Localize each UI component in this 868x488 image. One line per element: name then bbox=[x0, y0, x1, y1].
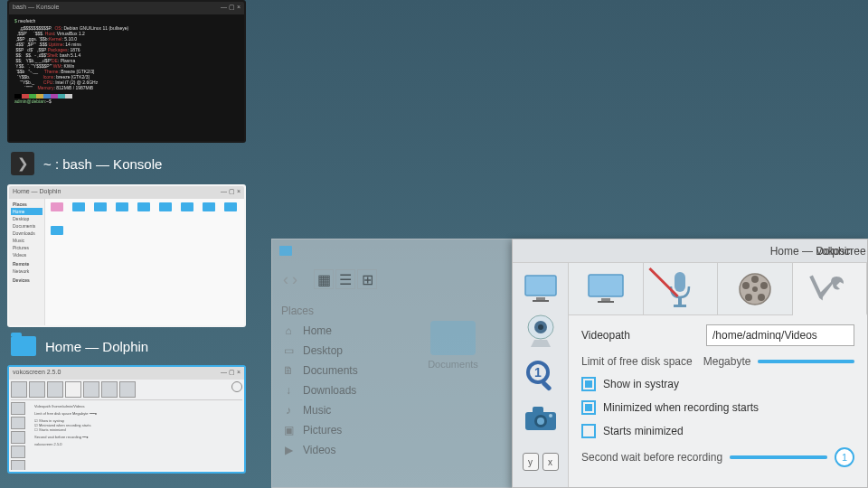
nav-arrows: ‹ › bbox=[283, 270, 297, 289]
key-y: y bbox=[523, 453, 539, 471]
chevron-right-icon: ❯ bbox=[11, 152, 34, 175]
minimized-recording-check[interactable]: Minimized when recording starts bbox=[581, 400, 854, 415]
videopath-input[interactable] bbox=[706, 324, 854, 346]
svg-point-26 bbox=[742, 282, 750, 289]
places-header: Places bbox=[272, 301, 390, 321]
tab-camera[interactable] bbox=[516, 399, 564, 438]
sidebar-item-downloads[interactable]: ↓Downloads bbox=[272, 380, 390, 400]
videopath-row: Videopath bbox=[581, 324, 854, 346]
folder-icon bbox=[279, 246, 292, 256]
svg-point-5 bbox=[538, 324, 543, 330]
details-view-icon: ⊞ bbox=[357, 269, 377, 289]
tab-magnifier[interactable]: 1 bbox=[516, 355, 564, 395]
svg-point-25 bbox=[745, 294, 752, 301]
svg-point-12 bbox=[537, 418, 544, 425]
key-x: x bbox=[542, 453, 559, 471]
icons-view-icon: ▦ bbox=[314, 269, 334, 289]
sidebar-item-pictures[interactable]: ▣Pictures bbox=[272, 420, 390, 440]
pictures-icon: ▣ bbox=[281, 424, 296, 436]
svg-point-24 bbox=[758, 294, 765, 301]
svg-point-23 bbox=[760, 282, 768, 289]
sidebar-item-home[interactable]: ⌂Home bbox=[272, 321, 390, 341]
documents-icon: 🗎 bbox=[281, 364, 296, 377]
wait-value: 1 bbox=[835, 447, 854, 467]
svg-rect-10 bbox=[533, 407, 543, 414]
svg-rect-16 bbox=[598, 301, 614, 303]
svg-rect-19 bbox=[674, 305, 686, 307]
places-sidebar: Places ⌂Home ▭Desktop 🗎Documents ↓Downlo… bbox=[272, 297, 390, 464]
camera-icon bbox=[524, 401, 558, 436]
checkbox-icon bbox=[581, 377, 596, 391]
music-icon: ♪ bbox=[281, 404, 296, 417]
videopath-label: Videopath bbox=[581, 329, 699, 342]
disk-label: Limit of free disk space bbox=[581, 355, 693, 368]
back-icon: ‹ bbox=[283, 270, 288, 289]
svg-rect-1 bbox=[536, 297, 545, 300]
monitor-icon bbox=[587, 273, 625, 305]
wait-row: Second wait before recording 1 bbox=[581, 447, 854, 467]
downloads-icon: ↓ bbox=[281, 384, 296, 397]
disk-unit: Megabyte bbox=[703, 355, 751, 368]
wait-label: Second wait before recording bbox=[581, 451, 722, 464]
disk-space-row: Limit of free disk space Megabyte bbox=[581, 355, 854, 368]
sidebar-item-desktop[interactable]: ▭Desktop bbox=[272, 341, 390, 361]
tab-webcam[interactable] bbox=[516, 312, 564, 352]
compact-view-icon: ☰ bbox=[335, 269, 355, 289]
top-tab-strip bbox=[569, 263, 867, 315]
task-switcher-panel: bash — Konsole— ▢ × $ neofetch ,g$$$$$$$… bbox=[0, 0, 266, 488]
starts-minimized-check[interactable]: Starts minimized bbox=[581, 424, 854, 438]
folder-item[interactable]: Documents bbox=[417, 321, 489, 384]
monitor-icon bbox=[524, 271, 558, 305]
sidebar-item-music[interactable]: ♪Music bbox=[272, 400, 390, 420]
task-item-vokoscreen[interactable]: vokoscreen 2.5.0— ▢ × Videopath /home/ad… bbox=[7, 365, 259, 474]
svg-rect-0 bbox=[525, 276, 556, 296]
svg-rect-7 bbox=[541, 380, 552, 391]
task-item-dolphin[interactable]: Home — Dolphin— ▢ × Places HomeDesktopDo… bbox=[7, 184, 259, 327]
microphone-muted-icon bbox=[666, 270, 693, 308]
settings-form: Videopath Limit of free disk space Megab… bbox=[569, 315, 867, 476]
sidebar-item-videos[interactable]: ▶Videos bbox=[272, 440, 390, 460]
window-titlebar[interactable]: Home — Dolphin vokoscree bbox=[513, 239, 867, 263]
folder-icon bbox=[11, 336, 36, 356]
svg-rect-15 bbox=[601, 298, 610, 301]
dolphin-title-behind: Home — Dolphin bbox=[770, 245, 853, 258]
svg-rect-18 bbox=[678, 297, 682, 305]
terminal-preview: $ neofetch ,g$$$$$$$$$$P. OS: Debian GNU… bbox=[9, 14, 244, 141]
home-icon: ⌂ bbox=[281, 324, 296, 337]
folder-icon bbox=[430, 321, 476, 355]
tab-display[interactable] bbox=[569, 263, 644, 314]
svg-text:1: 1 bbox=[534, 365, 542, 380]
svg-rect-14 bbox=[589, 275, 623, 296]
checkbox-icon bbox=[581, 424, 596, 438]
tab-settings[interactable] bbox=[793, 263, 868, 315]
task-label-dolphin[interactable]: Home — Dolphin bbox=[0, 333, 266, 365]
task-label-konsole[interactable]: ❯ ~ : bash — Konsole bbox=[0, 148, 266, 184]
webcam-icon bbox=[524, 314, 558, 349]
magnifier-icon: 1 bbox=[524, 358, 558, 392]
sidebar-item-documents[interactable]: 🗎Documents bbox=[272, 361, 390, 380]
svg-point-21 bbox=[752, 286, 758, 292]
videos-icon: ▶ bbox=[281, 444, 296, 456]
svg-point-13 bbox=[549, 414, 552, 418]
vokoscreen-preview: Videopath /home/admin/Videos Limit of fr… bbox=[9, 380, 244, 470]
vokoscreen-window: Home — Dolphin vokoscree 1 bbox=[512, 239, 868, 488]
view-mode-group: ▦ ☰ ⊞ bbox=[314, 269, 377, 289]
checkbox-icon bbox=[581, 400, 596, 415]
disk-slider[interactable] bbox=[758, 360, 854, 363]
tab-audio-muted[interactable] bbox=[644, 263, 719, 314]
tab-codec[interactable] bbox=[718, 263, 793, 314]
tab-hotkeys[interactable]: y x bbox=[516, 442, 564, 482]
dolphin-preview: Places HomeDesktopDocumentsDownloadsMusi… bbox=[9, 199, 244, 325]
film-reel-icon bbox=[737, 271, 773, 307]
desktop-icon: ▭ bbox=[281, 344, 296, 357]
task-item-konsole[interactable]: bash — Konsole— ▢ × $ neofetch ,g$$$$$$$… bbox=[7, 0, 259, 143]
svg-point-22 bbox=[751, 276, 759, 283]
keyboard-keys-icon: y x bbox=[523, 453, 559, 471]
tab-fullscreen[interactable] bbox=[516, 268, 564, 308]
svg-rect-17 bbox=[675, 272, 685, 292]
tools-icon bbox=[809, 271, 849, 305]
wait-slider[interactable] bbox=[730, 455, 827, 459]
left-tab-strip: 1 y x bbox=[513, 263, 569, 487]
show-systray-check[interactable]: Show in systray bbox=[581, 377, 854, 391]
forward-icon: › bbox=[292, 270, 297, 289]
